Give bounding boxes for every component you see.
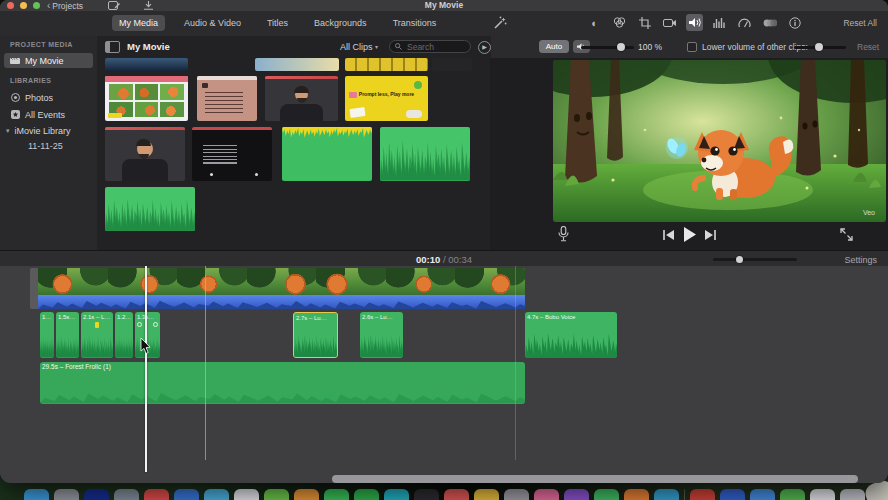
media-thumbnail-audio-yellow[interactable]	[282, 127, 372, 181]
fade-handle[interactable]	[153, 322, 158, 327]
dock-icon[interactable]	[504, 489, 529, 500]
dock-icon[interactable]	[564, 489, 589, 500]
color-balance-icon[interactable]: ◐	[586, 14, 603, 31]
dock-icon[interactable]	[654, 489, 679, 500]
dock-icon[interactable]	[810, 489, 835, 500]
search-field[interactable]	[389, 40, 471, 53]
audio-clip[interactable]: 2.1s – L…	[81, 312, 113, 358]
lower-volume-label: Lower volume of other clips:	[702, 42, 808, 52]
search-input[interactable]	[405, 41, 465, 53]
dock-icon[interactable]	[144, 489, 169, 500]
dock-icon[interactable]	[324, 489, 349, 500]
color-correction-icon[interactable]	[611, 14, 628, 31]
fullscreen-icon[interactable]	[840, 228, 853, 241]
auto-volume-button[interactable]: Auto	[539, 40, 569, 53]
playhead[interactable]	[145, 266, 147, 472]
audio-clip[interactable]: 1.2…	[115, 312, 133, 358]
dock-icon[interactable]	[354, 489, 379, 500]
next-frame-button[interactable]	[705, 230, 717, 240]
dock-icon[interactable]	[474, 489, 499, 500]
media-thumbnail-person-2[interactable]	[105, 127, 185, 181]
volume-reset-button[interactable]: Reset	[857, 42, 879, 52]
dock-icon[interactable]	[690, 489, 715, 500]
horizontal-scrollbar[interactable]	[332, 475, 858, 483]
dock-icon[interactable]	[264, 489, 289, 500]
dock-icon[interactable]	[84, 489, 109, 500]
video-audio-waveform[interactable]	[38, 295, 525, 309]
dock-icon[interactable]	[174, 489, 199, 500]
project-media-header: PROJECT MEDIA	[10, 41, 73, 48]
timeline-zoom-slider[interactable]	[713, 258, 797, 261]
audio-clip-selected[interactable]: 2.7s – Lu…	[293, 312, 338, 358]
dock-icon[interactable]	[204, 489, 229, 500]
media-thumbnail-fox-grid[interactable]	[105, 76, 188, 121]
timeline-settings-button[interactable]: Settings	[844, 255, 877, 265]
tab-my-media[interactable]: My Media	[112, 15, 165, 31]
volume-slider-thumb[interactable]	[617, 43, 625, 51]
media-thumbnail-person[interactable]	[265, 76, 338, 121]
dock-icon[interactable]	[780, 489, 805, 500]
media-thumbnail[interactable]	[345, 58, 428, 71]
media-thumbnail-audio[interactable]	[105, 187, 195, 231]
photos-icon	[10, 93, 20, 102]
tab-titles[interactable]: Titles	[260, 15, 295, 31]
media-thumbnail-audio[interactable]	[380, 127, 470, 181]
tab-audio-video[interactable]: Audio & Video	[177, 15, 248, 31]
sidebar-item-all-events[interactable]: All Events	[4, 107, 93, 122]
audio-clip[interactable]: 1.5s…	[56, 312, 79, 358]
media-thumbnail-document[interactable]	[197, 76, 257, 121]
clip-info-icon[interactable]	[786, 14, 803, 31]
tab-transitions[interactable]: Transitions	[386, 15, 444, 31]
continuous-playback-icon[interactable]: ▶	[478, 41, 491, 54]
media-thumbnail[interactable]	[105, 58, 188, 71]
fade-handle[interactable]	[137, 322, 142, 327]
dock-icon[interactable]	[414, 489, 439, 500]
sidebar-item-photos[interactable]: Photos	[4, 90, 93, 105]
dock-icon[interactable]	[384, 489, 409, 500]
tab-backgrounds[interactable]: Backgrounds	[307, 15, 374, 31]
enhance-wand-icon[interactable]	[493, 16, 507, 30]
media-thumbnail-screen-recording[interactable]	[192, 127, 272, 181]
dock-icon[interactable]	[624, 489, 649, 500]
audio-clip[interactable]: 1…	[40, 312, 54, 358]
lower-volume-slider-thumb[interactable]	[815, 43, 823, 51]
clips-filter-dropdown[interactable]: All Clips ▾	[340, 42, 378, 52]
volume-icon[interactable]	[686, 14, 703, 31]
dock-icon[interactable]	[594, 489, 619, 500]
previous-frame-button[interactable]	[662, 230, 674, 240]
dock-icon[interactable]	[114, 489, 139, 500]
background-music-clip[interactable]: 29.5s – Forest Frolic (1)	[40, 362, 525, 404]
sidebar-item-my-movie[interactable]: My Movie	[4, 53, 93, 68]
dock-icon[interactable]	[840, 489, 865, 500]
media-thumbnail-slide[interactable]: Prompt less, Play more	[345, 76, 428, 121]
clip-filter-icon[interactable]	[761, 14, 778, 31]
dock-icon[interactable]	[534, 489, 559, 500]
sidebar-item-imovie-library[interactable]: ▾ iMovie Library	[4, 123, 93, 138]
disclosure-triangle-icon[interactable]: ▾	[6, 127, 10, 135]
media-thumbnail[interactable]	[432, 58, 472, 71]
clip-edge-handle[interactable]	[30, 268, 38, 309]
audio-clip-bobo-voice[interactable]: 4.7s – Bobo Voice	[525, 312, 617, 358]
dock-icon[interactable]	[24, 489, 49, 500]
dock-icon[interactable]	[54, 489, 79, 500]
stabilization-icon[interactable]	[661, 14, 678, 31]
dock-icon[interactable]	[750, 489, 775, 500]
video-clip-filmstrip[interactable]	[38, 268, 525, 295]
lower-volume-checkbox[interactable]	[687, 42, 697, 52]
audio-clip[interactable]: 2.6s – Lu…	[360, 312, 403, 358]
media-thumbnail[interactable]	[255, 58, 339, 71]
reset-all-button[interactable]: Reset All	[843, 18, 877, 28]
dock-icon[interactable]	[234, 489, 259, 500]
noise-reduction-icon[interactable]	[711, 14, 728, 31]
dock-icon[interactable]	[294, 489, 319, 500]
timeline-zoom-thumb[interactable]	[736, 256, 743, 263]
dock-icon[interactable]	[720, 489, 745, 500]
volume-slider[interactable]	[581, 46, 634, 49]
play-button[interactable]	[682, 227, 697, 242]
voiceover-mic-icon[interactable]	[558, 226, 569, 242]
sidebar-toggle-icon[interactable]	[105, 41, 120, 53]
sidebar-item-event[interactable]: 11-11-25	[4, 138, 93, 153]
speed-icon[interactable]	[736, 14, 753, 31]
dock-icon[interactable]	[444, 489, 469, 500]
crop-icon[interactable]	[636, 14, 653, 31]
